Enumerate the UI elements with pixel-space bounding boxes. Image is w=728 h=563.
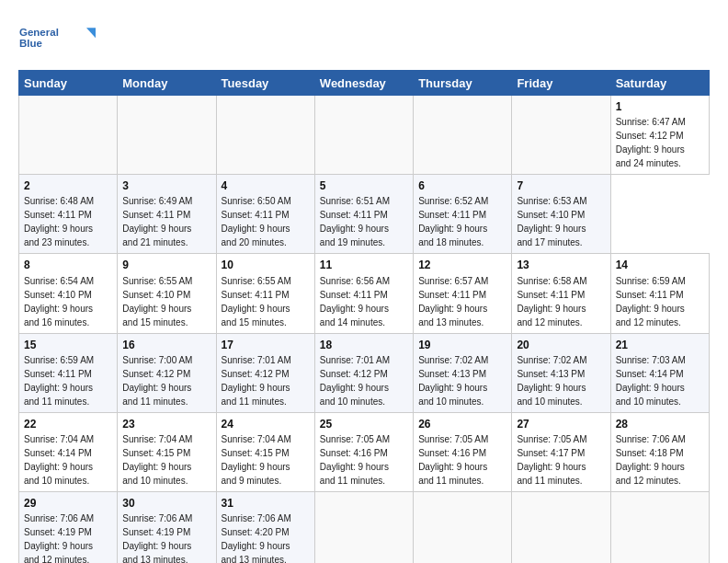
svg-text:Blue: Blue <box>19 38 42 49</box>
calendar-header-row: SundayMondayTuesdayWednesdayThursdayFrid… <box>19 71 710 96</box>
calendar-header-monday: Monday <box>118 71 216 96</box>
calendar-day-cell: 22Sunrise: 7:04 AMSunset: 4:14 PMDayligh… <box>19 412 118 491</box>
day-number: 22 <box>24 417 113 431</box>
calendar-empty-cell <box>216 96 314 175</box>
calendar-day-cell: 9Sunrise: 6:55 AMSunset: 4:10 PMDaylight… <box>118 254 216 333</box>
calendar-empty-cell <box>610 491 709 563</box>
day-info: Sunrise: 6:49 AMSunset: 4:11 PMDaylight:… <box>122 196 192 247</box>
day-number: 3 <box>122 178 211 193</box>
day-info: Sunrise: 6:55 AMSunset: 4:10 PMDaylight:… <box>122 276 192 327</box>
day-number: 2 <box>24 178 113 193</box>
calendar-day-cell: 17Sunrise: 7:01 AMSunset: 4:12 PMDayligh… <box>216 333 314 412</box>
day-info: Sunrise: 7:05 AMSunset: 4:16 PMDaylight:… <box>320 434 390 486</box>
day-info: Sunrise: 7:06 AMSunset: 4:20 PMDaylight:… <box>222 513 291 563</box>
calendar-day-cell: 3Sunrise: 6:49 AMSunset: 4:11 PMDaylight… <box>118 175 216 254</box>
day-info: Sunrise: 6:51 AMSunset: 4:11 PMDaylight:… <box>320 196 390 247</box>
calendar-empty-cell <box>19 96 118 175</box>
day-info: Sunrise: 6:54 AMSunset: 4:10 PMDaylight:… <box>24 276 94 327</box>
day-info: Sunrise: 7:06 AMSunset: 4:18 PMDaylight:… <box>616 434 686 486</box>
day-number: 18 <box>320 338 409 352</box>
day-info: Sunrise: 7:06 AMSunset: 4:19 PMDaylight:… <box>24 513 94 563</box>
calendar-empty-cell <box>414 96 512 175</box>
day-number: 7 <box>517 178 606 193</box>
calendar-day-cell: 4Sunrise: 6:50 AMSunset: 4:11 PMDaylight… <box>216 175 314 254</box>
calendar-day-cell: 23Sunrise: 7:04 AMSunset: 4:15 PMDayligh… <box>118 412 216 491</box>
calendar-day-cell: 28Sunrise: 7:06 AMSunset: 4:18 PMDayligh… <box>610 412 709 491</box>
day-info: Sunrise: 7:05 AMSunset: 4:17 PMDaylight:… <box>517 434 586 486</box>
calendar-day-cell: 21Sunrise: 7:03 AMSunset: 4:14 PMDayligh… <box>610 333 709 412</box>
day-info: Sunrise: 6:59 AMSunset: 4:11 PMDaylight:… <box>616 276 686 327</box>
calendar-empty-cell <box>414 491 512 563</box>
day-info: Sunrise: 6:53 AMSunset: 4:10 PMDaylight:… <box>517 196 586 247</box>
day-number: 10 <box>222 258 311 272</box>
day-number: 24 <box>222 417 311 431</box>
day-info: Sunrise: 7:01 AMSunset: 4:12 PMDaylight:… <box>222 355 291 407</box>
calendar-day-cell: 27Sunrise: 7:05 AMSunset: 4:17 PMDayligh… <box>512 412 610 491</box>
day-info: Sunrise: 6:55 AMSunset: 4:11 PMDaylight:… <box>222 276 291 327</box>
calendar-day-cell: 10Sunrise: 6:55 AMSunset: 4:11 PMDayligh… <box>216 254 314 333</box>
day-info: Sunrise: 6:48 AMSunset: 4:11 PMDaylight:… <box>24 196 94 247</box>
day-info: Sunrise: 7:03 AMSunset: 4:14 PMDaylight:… <box>616 355 686 407</box>
day-info: Sunrise: 6:56 AMSunset: 4:11 PMDaylight:… <box>320 276 390 327</box>
calendar-day-cell: 30Sunrise: 7:06 AMSunset: 4:19 PMDayligh… <box>118 491 216 563</box>
calendar-week-row: 1Sunrise: 6:47 AMSunset: 4:12 PMDaylight… <box>19 96 710 175</box>
day-number: 9 <box>122 258 211 272</box>
calendar-day-cell: 6Sunrise: 6:52 AMSunset: 4:11 PMDaylight… <box>414 175 512 254</box>
calendar-header-sunday: Sunday <box>19 71 118 96</box>
calendar-day-cell: 8Sunrise: 6:54 AMSunset: 4:10 PMDaylight… <box>19 254 118 333</box>
day-number: 23 <box>122 417 211 431</box>
logo: General Blue <box>18 17 97 61</box>
day-info: Sunrise: 7:02 AMSunset: 4:13 PMDaylight:… <box>418 355 488 407</box>
calendar-empty-cell <box>314 491 413 563</box>
day-number: 8 <box>24 258 113 272</box>
day-number: 17 <box>222 338 311 352</box>
calendar-day-cell: 7Sunrise: 6:53 AMSunset: 4:10 PMDaylight… <box>512 175 610 254</box>
day-number: 5 <box>320 178 409 193</box>
calendar-header-tuesday: Tuesday <box>216 71 314 96</box>
day-info: Sunrise: 6:58 AMSunset: 4:11 PMDaylight:… <box>517 276 586 327</box>
calendar-day-cell: 14Sunrise: 6:59 AMSunset: 4:11 PMDayligh… <box>610 254 709 333</box>
day-number: 14 <box>616 258 705 272</box>
svg-marker-2 <box>86 28 96 38</box>
day-info: Sunrise: 7:01 AMSunset: 4:12 PMDaylight:… <box>320 355 390 407</box>
generalblue-logo: General Blue <box>18 17 97 61</box>
day-number: 13 <box>517 258 606 272</box>
calendar-day-cell: 16Sunrise: 7:00 AMSunset: 4:12 PMDayligh… <box>118 333 216 412</box>
calendar-day-cell: 29Sunrise: 7:06 AMSunset: 4:19 PMDayligh… <box>19 491 118 563</box>
calendar-day-cell: 12Sunrise: 6:57 AMSunset: 4:11 PMDayligh… <box>414 254 512 333</box>
svg-text:General: General <box>19 27 59 38</box>
day-number: 31 <box>222 496 311 511</box>
calendar-empty-cell <box>314 96 413 175</box>
day-number: 21 <box>616 338 705 352</box>
day-number: 15 <box>24 338 113 352</box>
day-info: Sunrise: 6:57 AMSunset: 4:11 PMDaylight:… <box>418 276 488 327</box>
calendar-day-cell: 25Sunrise: 7:05 AMSunset: 4:16 PMDayligh… <box>314 412 413 491</box>
day-info: Sunrise: 7:06 AMSunset: 4:19 PMDaylight:… <box>122 513 192 563</box>
calendar-header-saturday: Saturday <box>610 71 709 96</box>
calendar-week-row: 29Sunrise: 7:06 AMSunset: 4:19 PMDayligh… <box>19 491 710 563</box>
day-info: Sunrise: 6:52 AMSunset: 4:11 PMDaylight:… <box>418 196 488 247</box>
calendar-day-cell: 15Sunrise: 6:59 AMSunset: 4:11 PMDayligh… <box>19 333 118 412</box>
calendar-day-cell: 1Sunrise: 6:47 AMSunset: 4:12 PMDaylight… <box>610 96 709 175</box>
day-info: Sunrise: 7:04 AMSunset: 4:14 PMDaylight:… <box>24 434 94 486</box>
day-info: Sunrise: 7:04 AMSunset: 4:15 PMDaylight:… <box>222 434 291 486</box>
day-info: Sunrise: 7:05 AMSunset: 4:16 PMDaylight:… <box>418 434 488 486</box>
calendar-day-cell: 31Sunrise: 7:06 AMSunset: 4:20 PMDayligh… <box>216 491 314 563</box>
calendar-header-thursday: Thursday <box>414 71 512 96</box>
day-info: Sunrise: 7:00 AMSunset: 4:12 PMDaylight:… <box>122 355 192 407</box>
calendar-day-cell: 11Sunrise: 6:56 AMSunset: 4:11 PMDayligh… <box>314 254 413 333</box>
calendar-day-cell: 20Sunrise: 7:02 AMSunset: 4:13 PMDayligh… <box>512 333 610 412</box>
header: General Blue <box>18 17 710 61</box>
day-number: 29 <box>24 496 113 511</box>
day-number: 1 <box>616 99 705 114</box>
calendar-table: SundayMondayTuesdayWednesdayThursdayFrid… <box>18 70 710 563</box>
day-number: 25 <box>320 417 409 431</box>
day-info: Sunrise: 6:50 AMSunset: 4:11 PMDaylight:… <box>222 196 291 247</box>
day-number: 30 <box>122 496 211 511</box>
day-number: 19 <box>418 338 507 352</box>
day-number: 12 <box>418 258 507 272</box>
day-number: 4 <box>222 178 311 193</box>
calendar-day-cell: 13Sunrise: 6:58 AMSunset: 4:11 PMDayligh… <box>512 254 610 333</box>
calendar-day-cell: 26Sunrise: 7:05 AMSunset: 4:16 PMDayligh… <box>414 412 512 491</box>
day-number: 26 <box>418 417 507 431</box>
